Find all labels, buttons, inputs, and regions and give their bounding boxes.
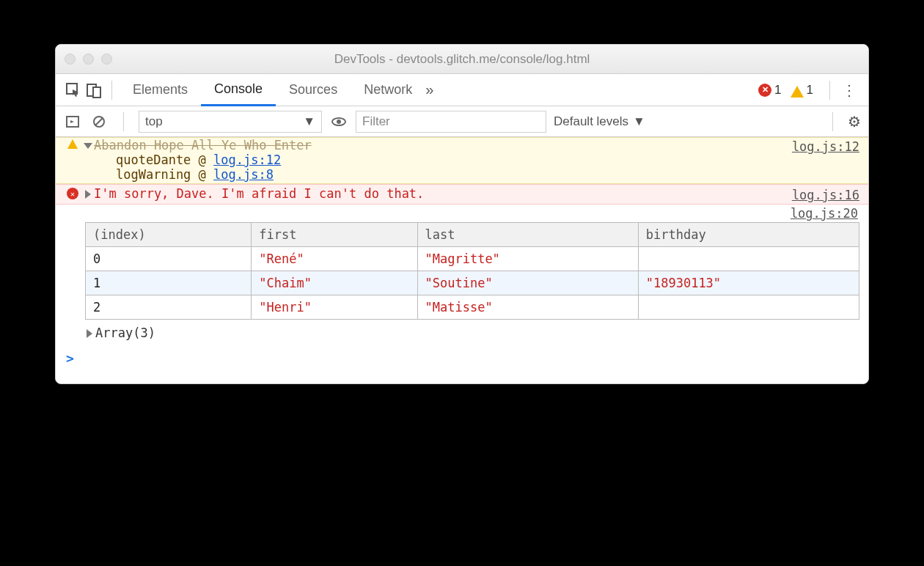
warning-count-icon[interactable] xyxy=(791,86,804,98)
table-header[interactable]: last xyxy=(417,223,638,247)
traffic-lights xyxy=(65,54,112,65)
table-cell: "René" xyxy=(252,247,417,271)
expand-caret-icon[interactable] xyxy=(87,329,92,338)
separator xyxy=(111,81,112,100)
table-cell xyxy=(638,247,859,271)
console-table: (index)firstlastbirthday 0"René""Magritt… xyxy=(56,222,868,323)
dropdown-triangle-icon: ▼ xyxy=(303,114,315,129)
source-link[interactable]: log.js:8 xyxy=(213,167,274,182)
kebab-menu-icon[interactable]: ⋮ xyxy=(837,81,861,99)
warning-text: Abandon Hope All Ye Who Enter xyxy=(94,138,312,152)
table-cell: "Soutine" xyxy=(417,271,638,295)
context-value: top xyxy=(145,114,163,129)
live-expression-icon[interactable] xyxy=(329,112,348,131)
levels-label: Default levels xyxy=(554,114,628,129)
separator xyxy=(832,112,833,131)
table-cell: 0 xyxy=(86,247,252,271)
error-icon xyxy=(67,188,78,199)
log-levels-selector[interactable]: Default levels ▼ xyxy=(554,114,645,129)
table-cell: "18930113" xyxy=(638,271,859,295)
console-prompt[interactable]: > xyxy=(56,343,868,383)
minimize-window-button[interactable] xyxy=(83,54,94,65)
table-cell: 1 xyxy=(86,271,252,295)
table-header[interactable]: first xyxy=(252,223,417,247)
source-link[interactable]: log.js:12 xyxy=(792,138,859,154)
error-text: I'm sorry, Dave. I'm afraid I can't do t… xyxy=(94,186,424,201)
console-sidebar-toggle-icon[interactable] xyxy=(63,112,82,131)
table-header[interactable]: birthday xyxy=(638,223,859,247)
filter-input[interactable] xyxy=(356,111,546,133)
tab-console[interactable]: Console xyxy=(201,74,276,106)
expand-caret-icon[interactable] xyxy=(84,143,92,149)
device-toolbar-icon[interactable] xyxy=(84,80,104,100)
more-tabs-icon[interactable]: » xyxy=(425,81,433,98)
table-row[interactable]: 0"René""Magritte" xyxy=(86,247,859,271)
expand-caret-icon[interactable] xyxy=(85,190,91,199)
tab-network[interactable]: Network xyxy=(351,74,425,106)
devtools-window: DevTools - devtools.glitch.me/console/lo… xyxy=(55,44,869,384)
inspect-element-icon[interactable] xyxy=(63,80,84,100)
warning-icon xyxy=(67,139,78,149)
table-row[interactable]: 2"Henri""Matisse" xyxy=(86,295,859,320)
svg-line-5 xyxy=(95,118,103,125)
main-tabbar: Elements Console Sources Network » 1 1 ⋮ xyxy=(56,74,868,106)
console-settings-icon[interactable]: ⚙ xyxy=(848,113,861,131)
separator xyxy=(123,112,124,131)
context-selector[interactable]: top ▼ xyxy=(139,111,322,133)
table-cell: "Magritte" xyxy=(417,247,638,271)
table-cell: "Matisse" xyxy=(417,295,638,320)
table-row[interactable]: 1"Chaim""Soutine""18930113" xyxy=(86,271,859,295)
tab-elements[interactable]: Elements xyxy=(120,74,201,106)
source-link[interactable]: log.js:20 xyxy=(791,206,858,221)
table-cell: "Henri" xyxy=(252,295,417,320)
separator xyxy=(829,81,830,100)
zoom-window-button[interactable] xyxy=(101,54,112,65)
svg-rect-2 xyxy=(93,87,100,98)
array-summary[interactable]: Array(3) xyxy=(56,323,868,343)
error-count-icon[interactable] xyxy=(758,84,771,97)
tab-sources[interactable]: Sources xyxy=(276,74,351,106)
console-output: Abandon Hope All Ye Who Enter quoteDante… xyxy=(56,137,868,383)
table-header[interactable]: (index) xyxy=(86,223,252,247)
console-filterbar: top ▼ Default levels ▼ ⚙ xyxy=(56,106,868,137)
window-title: DevTools - devtools.glitch.me/console/lo… xyxy=(56,52,868,67)
svg-point-7 xyxy=(337,120,341,124)
stack-frame: quoteDante @ log.js:12 xyxy=(116,152,792,167)
table-cell: 2 xyxy=(86,295,252,320)
table-cell xyxy=(638,295,859,320)
source-link[interactable]: log.js:16 xyxy=(792,186,859,202)
close-window-button[interactable] xyxy=(65,54,76,65)
error-count[interactable]: 1 xyxy=(774,83,781,98)
stack-frame: logWarning @ log.js:8 xyxy=(116,167,792,182)
warning-count[interactable]: 1 xyxy=(807,83,813,98)
console-warning-entry[interactable]: Abandon Hope All Ye Who Enter quoteDante… xyxy=(56,137,868,184)
titlebar: DevTools - devtools.glitch.me/console/lo… xyxy=(56,45,868,74)
table-source-row: log.js:20 xyxy=(56,205,868,222)
clear-console-icon[interactable] xyxy=(89,112,109,131)
dropdown-triangle-icon: ▼ xyxy=(633,114,645,129)
prompt-caret-icon: > xyxy=(66,350,74,366)
source-link[interactable]: log.js:12 xyxy=(213,152,281,167)
array-label: Array(3) xyxy=(95,326,155,340)
table-cell: "Chaim" xyxy=(252,271,417,295)
console-error-entry[interactable]: I'm sorry, Dave. I'm afraid I can't do t… xyxy=(56,184,868,205)
